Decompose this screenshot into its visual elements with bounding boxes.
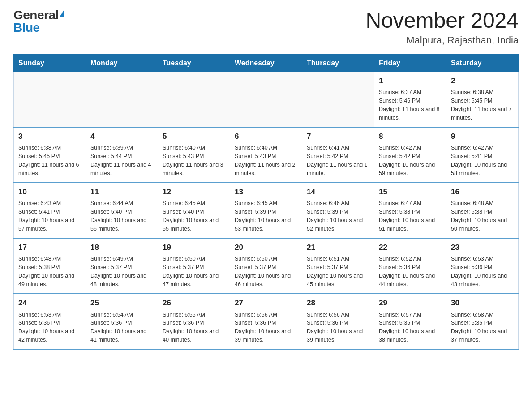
day-info-text: Sunrise: 6:45 AM Sunset: 5:39 PM Dayligh… (235, 200, 291, 232)
calendar-day-cell: 15Sunrise: 6:47 AM Sunset: 5:38 PM Dayli… (374, 183, 446, 238)
day-info-text: Sunrise: 6:49 AM Sunset: 5:37 PM Dayligh… (90, 256, 146, 287)
day-number: 18 (90, 242, 153, 253)
day-number: 22 (379, 242, 442, 253)
day-info-text: Sunrise: 6:47 AM Sunset: 5:38 PM Dayligh… (379, 200, 435, 232)
day-info-text: Sunrise: 6:53 AM Sunset: 5:36 PM Dayligh… (451, 256, 507, 287)
calendar-day-cell: 21Sunrise: 6:51 AM Sunset: 5:37 PM Dayli… (302, 238, 374, 294)
calendar-day-cell (158, 72, 230, 127)
day-of-week-header: Thursday (302, 54, 374, 72)
calendar-day-cell: 22Sunrise: 6:52 AM Sunset: 5:36 PM Dayli… (374, 238, 446, 294)
day-info-text: Sunrise: 6:52 AM Sunset: 5:36 PM Dayligh… (379, 256, 435, 287)
calendar-day-cell: 16Sunrise: 6:48 AM Sunset: 5:38 PM Dayli… (446, 183, 519, 238)
calendar-day-cell: 18Sunrise: 6:49 AM Sunset: 5:37 PM Dayli… (86, 238, 158, 294)
page-header: General Blue November 2024 Malpura, Raja… (13, 9, 519, 46)
calendar-week-row: 1Sunrise: 6:37 AM Sunset: 5:46 PM Daylig… (14, 72, 519, 127)
calendar-day-cell: 8Sunrise: 6:42 AM Sunset: 5:42 PM Daylig… (374, 127, 446, 183)
day-number: 6 (235, 131, 297, 142)
day-info-text: Sunrise: 6:48 AM Sunset: 5:38 PM Dayligh… (451, 200, 507, 232)
calendar-day-cell: 14Sunrise: 6:46 AM Sunset: 5:39 PM Dayli… (302, 183, 374, 238)
day-info-text: Sunrise: 6:40 AM Sunset: 5:43 PM Dayligh… (163, 145, 223, 176)
calendar-day-cell (230, 72, 302, 127)
day-info-text: Sunrise: 6:43 AM Sunset: 5:41 PM Dayligh… (18, 200, 74, 232)
day-number: 12 (163, 187, 225, 198)
day-info-text: Sunrise: 6:39 AM Sunset: 5:44 PM Dayligh… (90, 145, 151, 176)
calendar-day-cell: 24Sunrise: 6:53 AM Sunset: 5:36 PM Dayli… (14, 294, 86, 349)
day-number: 10 (18, 187, 81, 198)
calendar-day-cell: 2Sunrise: 6:38 AM Sunset: 5:45 PM Daylig… (446, 72, 519, 127)
calendar-table: SundayMondayTuesdayWednesdayThursdayFrid… (13, 54, 519, 350)
day-info-text: Sunrise: 6:42 AM Sunset: 5:42 PM Dayligh… (379, 145, 435, 176)
calendar-week-row: 24Sunrise: 6:53 AM Sunset: 5:36 PM Dayli… (14, 294, 519, 349)
day-info-text: Sunrise: 6:54 AM Sunset: 5:36 PM Dayligh… (90, 312, 146, 343)
calendar-week-row: 10Sunrise: 6:43 AM Sunset: 5:41 PM Dayli… (14, 183, 519, 238)
day-number: 7 (307, 131, 369, 142)
day-info-text: Sunrise: 6:50 AM Sunset: 5:37 PM Dayligh… (235, 256, 291, 287)
day-info-text: Sunrise: 6:48 AM Sunset: 5:38 PM Dayligh… (18, 256, 74, 287)
calendar-week-row: 17Sunrise: 6:48 AM Sunset: 5:38 PM Dayli… (14, 238, 519, 294)
day-of-week-header: Friday (374, 54, 446, 72)
day-info-text: Sunrise: 6:50 AM Sunset: 5:37 PM Dayligh… (163, 256, 219, 287)
calendar-day-cell: 13Sunrise: 6:45 AM Sunset: 5:39 PM Dayli… (230, 183, 302, 238)
day-number: 8 (379, 131, 442, 142)
calendar-day-cell: 6Sunrise: 6:40 AM Sunset: 5:43 PM Daylig… (230, 127, 302, 183)
calendar-day-cell (14, 72, 86, 127)
logo-blue-text: Blue (13, 21, 40, 34)
day-number: 28 (307, 298, 369, 309)
day-number: 16 (451, 187, 514, 198)
day-info-text: Sunrise: 6:58 AM Sunset: 5:35 PM Dayligh… (451, 312, 507, 343)
calendar-day-cell (302, 72, 374, 127)
day-number: 26 (163, 298, 225, 309)
day-info-text: Sunrise: 6:51 AM Sunset: 5:37 PM Dayligh… (307, 256, 363, 287)
day-info-text: Sunrise: 6:57 AM Sunset: 5:35 PM Dayligh… (379, 312, 435, 343)
day-info-text: Sunrise: 6:45 AM Sunset: 5:40 PM Dayligh… (163, 200, 219, 232)
calendar-day-cell: 3Sunrise: 6:38 AM Sunset: 5:45 PM Daylig… (14, 127, 86, 183)
calendar-day-cell: 29Sunrise: 6:57 AM Sunset: 5:35 PM Dayli… (374, 294, 446, 349)
calendar-day-cell: 20Sunrise: 6:50 AM Sunset: 5:37 PM Dayli… (230, 238, 302, 294)
calendar-day-cell: 19Sunrise: 6:50 AM Sunset: 5:37 PM Dayli… (158, 238, 230, 294)
day-number: 4 (90, 131, 153, 142)
day-info-text: Sunrise: 6:44 AM Sunset: 5:40 PM Dayligh… (90, 200, 146, 232)
day-info-text: Sunrise: 6:55 AM Sunset: 5:36 PM Dayligh… (163, 312, 219, 343)
day-number: 1 (379, 76, 442, 87)
day-number: 5 (163, 131, 225, 142)
day-of-week-header: Tuesday (158, 54, 230, 72)
calendar-day-cell: 27Sunrise: 6:56 AM Sunset: 5:36 PM Dayli… (230, 294, 302, 349)
calendar-day-cell: 5Sunrise: 6:40 AM Sunset: 5:43 PM Daylig… (158, 127, 230, 183)
logo: General Blue (13, 9, 64, 34)
logo-general-text: General (13, 9, 59, 21)
day-info-text: Sunrise: 6:46 AM Sunset: 5:39 PM Dayligh… (307, 200, 363, 232)
calendar-day-cell: 11Sunrise: 6:44 AM Sunset: 5:40 PM Dayli… (86, 183, 158, 238)
calendar-day-cell: 1Sunrise: 6:37 AM Sunset: 5:46 PM Daylig… (374, 72, 446, 127)
day-of-week-header: Monday (86, 54, 158, 72)
calendar-day-cell: 26Sunrise: 6:55 AM Sunset: 5:36 PM Dayli… (158, 294, 230, 349)
day-number: 21 (307, 242, 369, 253)
day-number: 14 (307, 187, 369, 198)
day-of-week-header: Saturday (446, 54, 519, 72)
day-info-text: Sunrise: 6:41 AM Sunset: 5:42 PM Dayligh… (307, 145, 368, 176)
day-number: 24 (18, 298, 81, 309)
day-number: 17 (18, 242, 81, 253)
day-number: 9 (451, 131, 514, 142)
day-info-text: Sunrise: 6:38 AM Sunset: 5:45 PM Dayligh… (18, 145, 79, 176)
calendar-day-cell: 4Sunrise: 6:39 AM Sunset: 5:44 PM Daylig… (86, 127, 158, 183)
day-of-week-header: Wednesday (230, 54, 302, 72)
calendar-day-cell: 23Sunrise: 6:53 AM Sunset: 5:36 PM Dayli… (446, 238, 519, 294)
calendar-day-cell (86, 72, 158, 127)
day-info-text: Sunrise: 6:56 AM Sunset: 5:36 PM Dayligh… (235, 312, 291, 343)
day-number: 3 (18, 131, 81, 142)
day-number: 11 (90, 187, 153, 198)
day-number: 2 (451, 76, 514, 87)
day-number: 29 (379, 298, 442, 309)
calendar-day-cell: 9Sunrise: 6:42 AM Sunset: 5:41 PM Daylig… (446, 127, 519, 183)
calendar-subtitle: Malpura, Rajasthan, India (365, 34, 519, 46)
title-block: November 2024 Malpura, Rajasthan, India (365, 9, 519, 46)
day-number: 19 (163, 242, 225, 253)
day-number: 25 (90, 298, 153, 309)
calendar-day-cell: 12Sunrise: 6:45 AM Sunset: 5:40 PM Dayli… (158, 183, 230, 238)
day-info-text: Sunrise: 6:40 AM Sunset: 5:43 PM Dayligh… (235, 145, 296, 176)
day-info-text: Sunrise: 6:42 AM Sunset: 5:41 PM Dayligh… (451, 145, 507, 176)
calendar-day-cell: 10Sunrise: 6:43 AM Sunset: 5:41 PM Dayli… (14, 183, 86, 238)
calendar-week-row: 3Sunrise: 6:38 AM Sunset: 5:45 PM Daylig… (14, 127, 519, 183)
day-info-text: Sunrise: 6:53 AM Sunset: 5:36 PM Dayligh… (18, 312, 74, 343)
calendar-day-cell: 7Sunrise: 6:41 AM Sunset: 5:42 PM Daylig… (302, 127, 374, 183)
